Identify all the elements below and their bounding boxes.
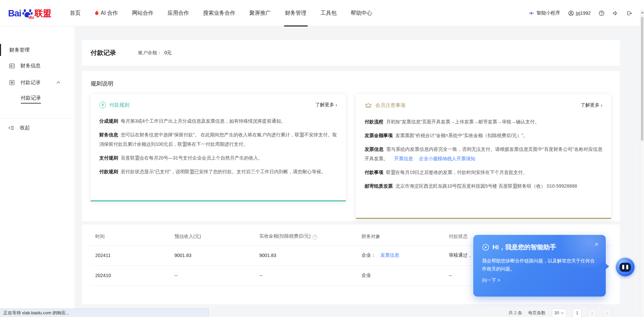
nav-item-website[interactable]: 网站合作	[125, 0, 161, 26]
learn-more-link-member[interactable]: 了解更多›	[581, 102, 602, 108]
paw-icon: du	[22, 7, 33, 19]
coin-icon: ¥	[99, 102, 106, 108]
cell-estimated: --	[170, 265, 255, 286]
learn-more-link-payment[interactable]: 了解更多›	[315, 102, 337, 108]
cell-finance-target: 企业	[357, 265, 444, 286]
logo-text-union: 联盟	[35, 8, 51, 19]
member-notes-card: 会员注意事项 了解更多› 付款流程月初按“发票信息”页面开具发票→上传发票→邮寄…	[356, 94, 611, 219]
user-account[interactable]: jyj1992	[568, 10, 591, 16]
logout-icon[interactable]	[626, 10, 632, 16]
sidebar-item-payment-records[interactable]: 付款记录	[0, 74, 74, 91]
col-time: 时间	[91, 228, 170, 245]
sound-icon[interactable]	[612, 10, 618, 16]
assistant-robot-avatar[interactable]	[616, 258, 635, 276]
chevron-up-icon[interactable]	[56, 81, 60, 84]
total-count: 共 2 条	[508, 310, 522, 316]
chevron-right-icon: ›	[335, 102, 337, 108]
nav-item-finance[interactable]: 财务管理	[278, 0, 314, 26]
next-page-button[interactable]: ›	[603, 308, 612, 317]
browser-status-bar: 正在等待 xlab.baidu.com 的响应...	[0, 309, 209, 317]
help-icon[interactable]	[599, 10, 604, 16]
col-estimated-income: 预估收入(元)	[170, 228, 255, 245]
chevron-right-icon: ›	[601, 103, 602, 108]
nav-item-help[interactable]: 帮助中心	[344, 0, 379, 26]
invoice-info-link[interactable]: 开票信息	[394, 156, 413, 161]
col-received-amount: 实收金额(扣除税费后/元)?	[255, 228, 357, 245]
miniapp-entry[interactable]: 智能小程序	[528, 10, 560, 16]
nav-item-toolkit[interactable]: 工具包	[314, 0, 344, 26]
col-finance-target: 财务对象	[357, 228, 444, 245]
cell-estimated: 9001.83	[170, 245, 255, 265]
robot-face-icon	[620, 263, 631, 272]
collapse-icon	[8, 125, 14, 131]
nav-item-home[interactable]: 首页	[63, 0, 88, 26]
small-taxpayer-notice-link[interactable]: 企业小规模纳税人开票须知	[419, 156, 475, 161]
rules-panel: 规则说明 ¥ 付款规则 了解更多› 分成规则每月第3或4个工作日产出上月分成信息…	[82, 71, 620, 221]
user-icon	[568, 10, 574, 16]
status-text: 正在等待 xlab.baidu.com 的响应...	[3, 310, 69, 316]
window-scrollbar[interactable]	[640, 9, 644, 317]
page-number[interactable]: 1	[573, 308, 582, 317]
main-menu: 首页 AI 合作 网站合作 应用合作 搜索业务合作 聚屏推广 财务管理 工具包 …	[63, 0, 379, 26]
sidebar-collapse-button[interactable]: 收起	[0, 119, 74, 137]
assistant-popup: Hi，我是您的智能助手 × 我会帮助您诊断合作链路问题，以及解答您关于任何合作相…	[473, 235, 606, 297]
logo-text-du: du	[29, 15, 34, 19]
cell-finance-target: 企业： 发票信息	[357, 245, 444, 265]
balance-value: 0元	[164, 50, 172, 55]
sidebar-section-finance[interactable]: 财务管理	[0, 43, 74, 57]
question-circle-icon[interactable]: ?	[312, 235, 317, 240]
sidebar-subitem-payment-records[interactable]: 付款记录	[0, 91, 74, 108]
prev-page-button[interactable]: ‹	[588, 308, 597, 317]
nav-item-screen-promo[interactable]: 聚屏推广	[243, 0, 278, 26]
payment-rules-card: ¥ 付款规则 了解更多› 分成规则每月第3或4个工作日产出上月分成信息及发票信息…	[91, 94, 346, 201]
popup-arrow	[605, 263, 609, 269]
nav-item-app[interactable]: 应用合作	[161, 0, 196, 26]
flame-icon	[95, 10, 99, 16]
logo-text-bai: Bai	[8, 8, 21, 19]
cell-time: 202411	[91, 245, 170, 265]
account-balance: 账户余额：0元	[138, 50, 172, 56]
page-title: 付款记录	[91, 49, 116, 57]
top-nav: Bai du 联盟 首页 AI 合作 网站合作 应用合作 搜索业务合作 聚屏推广…	[0, 0, 644, 26]
rules-title: 规则说明	[91, 80, 611, 87]
nav-item-ai[interactable]: AI 合作	[88, 0, 125, 26]
assistant-title: Hi，我是您的智能助手	[492, 243, 556, 252]
ask-now-link[interactable]: 问一下 >	[482, 277, 597, 283]
crown-icon	[365, 102, 372, 109]
sidebar-item-finance-info[interactable]: 财务信息	[0, 57, 74, 74]
miniapp-icon	[528, 10, 535, 16]
caret-down-icon	[561, 312, 564, 314]
nav-item-search-biz[interactable]: 搜索业务合作	[196, 0, 243, 26]
page-header-panel: 付款记录 账户余额：0元	[82, 40, 620, 66]
scroll-up-arrow-icon[interactable]	[641, 11, 644, 13]
baidu-union-logo[interactable]: Bai du 联盟	[8, 7, 51, 19]
invoice-info-cell-link[interactable]: 发票信息	[380, 252, 399, 258]
scrollbar-thumb[interactable]	[641, 17, 643, 141]
compass-icon	[482, 244, 489, 251]
cell-time: 202410	[91, 265, 170, 286]
per-page-select[interactable]: 30	[552, 308, 567, 317]
payment-rules-card-title: 付款规则	[109, 102, 129, 108]
cell-received: 9001.83	[255, 245, 357, 265]
sidebar: 财务管理 财务信息 付款记录 付款记录 收起	[0, 26, 74, 317]
assistant-message: 我会帮助您诊断合作链路问题，以及解答您关于任何合作相关的问题。	[482, 257, 597, 273]
member-notes-card-title: 会员注意事项	[375, 102, 406, 109]
nav-right: 智能小程序 jyj1992	[528, 10, 632, 16]
per-page-label: 每页条数	[528, 310, 546, 316]
close-icon[interactable]: ×	[595, 241, 598, 247]
cell-received: --	[255, 265, 357, 286]
finance-info-icon	[9, 63, 15, 69]
payment-records-icon	[9, 79, 15, 86]
